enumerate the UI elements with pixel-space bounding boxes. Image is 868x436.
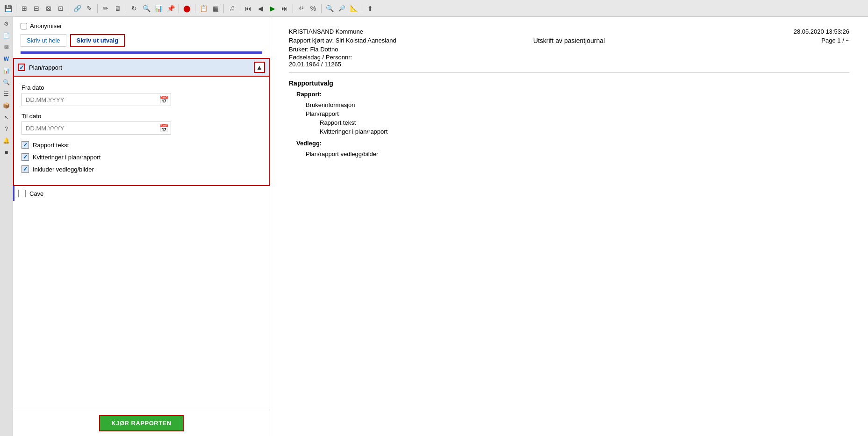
left-panel: Anonymiser Skriv ut hele Skriv ut utvalg… — [13, 17, 270, 436]
inkluder-vedlegg-checkbox[interactable] — [22, 165, 29, 173]
fra-dato-input-row: 📅 — [22, 93, 171, 106]
toolbar-icon-link[interactable]: 🔗 — [72, 3, 82, 14]
preview-birthdate-label: Fødselsdag / Personnr: — [289, 54, 849, 61]
preview-rapport-item-1: Plan/rapport — [306, 110, 849, 117]
toolbar-icon-refresh[interactable]: ↻ — [129, 3, 139, 14]
toolbar-icon-zoom-out[interactable]: 🔎 — [337, 3, 347, 14]
plan-rapport-header[interactable]: Plan/rapport ▲ — [13, 58, 270, 77]
toolbar: 💾 ⊞ ⊟ ⊠ ⊡ 🔗 ✎ ✏ 🖥 ↻ 🔍 📊 📌 ⬤ 📋 ▦ 🖨 ⏮ ◀ ▶ … — [0, 0, 868, 17]
toolbar-icon-pin[interactable]: 📌 — [165, 3, 176, 14]
kvitteringer-row: Kvitteringer i plan/rapport — [22, 153, 261, 161]
toolbar-icon-percent[interactable]: % — [308, 3, 318, 14]
skriv-hele-button[interactable]: Skriv ut hele — [21, 34, 66, 47]
sidebar-icon-settings[interactable]: ⚙ — [1, 19, 12, 29]
toolbar-icon-4[interactable]: ⊡ — [56, 3, 66, 14]
preview-rapport-item-0: Brukerinformasjon — [306, 101, 849, 108]
preview-org: KRISTIANSAND Kommune — [289, 28, 363, 35]
toolbar-icon-grid[interactable]: ▦ — [210, 3, 221, 14]
sidebar-icon-mail[interactable]: ✉ — [1, 42, 12, 52]
preview-row2: Rapport kjørt av: Siri Kolstad Aanesland… — [289, 37, 849, 44]
toolbar-icon-zoom[interactable]: 🔍 — [141, 3, 151, 14]
preview-center-area — [363, 28, 794, 35]
fra-dato-input[interactable] — [22, 96, 158, 103]
bottom-bar: KJØR RAPPORTEN — [13, 410, 270, 436]
til-dato-input-row: 📅 — [22, 122, 171, 135]
preview-datetime: 28.05.2020 13:53:26 — [794, 28, 849, 35]
toolbar-icon-3[interactable]: ⊠ — [43, 3, 54, 14]
sidebar-icon-box[interactable]: 📦 — [1, 100, 12, 111]
kvitteringer-checkbox[interactable] — [22, 153, 29, 161]
toolbar-sep-3 — [97, 4, 98, 13]
toolbar-sep-5 — [179, 4, 179, 13]
toolbar-icon-print[interactable]: 🖨 — [227, 3, 237, 14]
toolbar-icon-2[interactable]: ⊟ — [31, 3, 42, 14]
toolbar-icon-save[interactable]: 💾 — [3, 3, 13, 14]
sidebar-icon-search[interactable]: 🔍 — [1, 77, 12, 87]
toolbar-sep-6 — [195, 4, 195, 13]
rapport-tekst-checkbox[interactable] — [22, 141, 29, 149]
til-dato-calendar-icon[interactable]: 📅 — [158, 122, 171, 135]
sidebar-icon-square[interactable]: ■ — [1, 147, 12, 157]
kjor-rapporten-button[interactable]: KJØR RAPPORTEN — [99, 415, 183, 431]
sidebar-icon-cursor[interactable]: ↖ — [1, 112, 12, 122]
toolbar-icon-num[interactable]: 4² — [296, 3, 306, 14]
preview-header: KRISTIANSAND Kommune 28.05.2020 13:53:26 — [289, 28, 849, 35]
skriv-utvalg-button[interactable]: Skriv ut utvalg — [70, 34, 125, 47]
toolbar-icon-1[interactable]: ⊞ — [19, 3, 29, 14]
toolbar-icon-play[interactable]: ▶ — [267, 3, 278, 14]
toolbar-icon-first[interactable]: ⏮ — [243, 3, 253, 14]
inkluder-vedlegg-label: Inkluder vedlegg/bilder — [33, 166, 94, 173]
sidebar-icon-list[interactable]: ☰ — [1, 89, 12, 99]
toolbar-icon-prev[interactable]: ◀ — [255, 3, 265, 14]
plan-rapport-checkbox[interactable] — [18, 64, 25, 71]
toolbar-icon-pencil[interactable]: ✏ — [100, 3, 111, 14]
preview-birthdate-value: 20.01.1964 / 11265 — [289, 61, 849, 68]
toolbar-icon-clipboard[interactable]: 📋 — [198, 3, 208, 14]
sidebar-icon-bell[interactable]: 🔔 — [1, 136, 12, 146]
preview-birthdate: Fødselsdag / Personnr: 20.01.1964 / 1126… — [289, 54, 849, 68]
main-layout: ⚙ 📄 ✉ W 📊 🔍 ☰ 📦 ↖ ? 🔔 ■ Anonymiser Skriv… — [0, 17, 868, 436]
toolbar-icon-export[interactable]: ⬆ — [365, 3, 375, 14]
rapport-tekst-row: Rapport tekst — [22, 141, 261, 149]
plan-rapport-collapse-btn[interactable]: ▲ — [254, 62, 265, 73]
toolbar-sep-4 — [126, 4, 126, 13]
preview-datetime-area: 28.05.2020 13:53:26 — [794, 28, 849, 35]
sidebar-icon-help[interactable]: ? — [1, 124, 12, 134]
cave-section: Cave — [13, 186, 270, 201]
left-sidebar: ⚙ 📄 ✉ W 📊 🔍 ☰ 📦 ↖ ? 🔔 ■ — [0, 17, 13, 436]
til-dato-input[interactable] — [22, 125, 158, 132]
preview-divider — [289, 72, 849, 73]
toolbar-sep-1 — [16, 4, 16, 13]
preview-rapportutvalg-title: Rapportutvalg — [289, 79, 849, 87]
sidebar-icon-doc[interactable]: 📄 — [1, 30, 12, 41]
til-dato-group: Til dato 📅 — [22, 113, 261, 135]
toolbar-icon-zoom-in[interactable]: 🔍 — [324, 3, 335, 14]
rapport-tekst-label: Rapport tekst — [33, 142, 69, 149]
preview-center-title-container: Utskrift av pasientjournal — [533, 37, 605, 44]
toolbar-icon-monitor[interactable]: 🖥 — [113, 3, 123, 14]
preview-vedlegg-block: Vedlegg: Plan/rapport vedlegg/bilder — [296, 140, 849, 157]
fra-dato-group: Fra dato 📅 — [22, 84, 261, 106]
preview-center-title: Utskrift av pasientjournal — [533, 37, 605, 44]
anonymiser-row: Anonymiser — [21, 22, 262, 29]
sidebar-icon-chart[interactable]: 📊 — [1, 65, 12, 76]
toolbar-icon-stop[interactable]: ⬤ — [182, 3, 192, 14]
toolbar-icon-last[interactable]: ⏭ — [280, 3, 290, 14]
fra-dato-calendar-icon[interactable]: 📅 — [158, 93, 171, 106]
toolbar-icon-scale[interactable]: 📐 — [349, 3, 359, 14]
toolbar-sep-7 — [223, 4, 224, 13]
anonymiser-label: Anonymiser — [30, 22, 62, 29]
preview-user-text: Bruker: Fia Dottno — [289, 46, 338, 53]
left-panel-top: Anonymiser Skriv ut hele Skriv ut utvalg — [13, 17, 270, 58]
list-area[interactable]: Plan/rapport ▲ Fra dato 📅 Til dato — [13, 58, 270, 410]
section-checkboxes: Rapport tekst Kvitteringer i plan/rappor… — [22, 141, 261, 173]
sidebar-icon-word[interactable]: W — [1, 54, 12, 64]
toolbar-icon-chart[interactable]: 📊 — [153, 3, 164, 14]
cave-checkbox[interactable] — [18, 190, 26, 197]
fra-dato-label: Fra dato — [22, 84, 261, 91]
toolbar-icon-edit[interactable]: ✎ — [84, 3, 94, 14]
preview-vedlegg-item-0: Plan/rapport vedlegg/bilder — [306, 150, 849, 157]
toolbar-sep-10 — [321, 4, 322, 13]
toolbar-sep-2 — [69, 4, 69, 13]
anonymiser-checkbox[interactable] — [21, 23, 27, 29]
